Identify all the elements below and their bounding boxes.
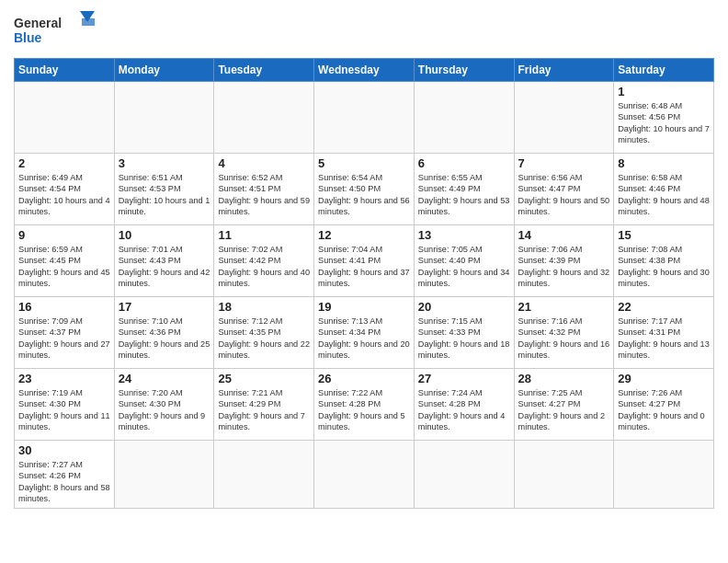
day-number: 5: [318, 156, 410, 170]
day-info: Sunrise: 7:21 AM Sunset: 4:29 PM Dayligh…: [218, 387, 310, 433]
calendar-cell: 21Sunrise: 7:16 AM Sunset: 4:32 PM Dayli…: [514, 297, 614, 369]
day-number: 9: [18, 228, 110, 242]
calendar: SundayMondayTuesdayWednesdayThursdayFrid…: [14, 58, 714, 509]
calendar-cell: 13Sunrise: 7:05 AM Sunset: 4:40 PM Dayli…: [414, 225, 514, 297]
day-info: Sunrise: 7:10 AM Sunset: 4:36 PM Dayligh…: [119, 316, 210, 362]
day-info: Sunrise: 7:12 AM Sunset: 4:35 PM Dayligh…: [218, 316, 310, 362]
calendar-cell: [214, 82, 314, 154]
calendar-cell: [414, 82, 514, 154]
day-info: Sunrise: 6:54 AM Sunset: 4:50 PM Dayligh…: [318, 172, 410, 218]
week-row-1: 2Sunrise: 6:49 AM Sunset: 4:54 PM Daylig…: [15, 154, 714, 225]
calendar-cell: 14Sunrise: 7:06 AM Sunset: 4:39 PM Dayli…: [514, 225, 614, 297]
day-info: Sunrise: 6:56 AM Sunset: 4:47 PM Dayligh…: [518, 172, 610, 218]
day-number: 1: [618, 85, 710, 98]
day-info: Sunrise: 7:05 AM Sunset: 4:40 PM Dayligh…: [418, 244, 510, 290]
day-number: 13: [418, 228, 510, 242]
day-number: 6: [418, 156, 510, 170]
day-info: Sunrise: 7:22 AM Sunset: 4:28 PM Dayligh…: [318, 387, 410, 433]
calendar-cell: 4Sunrise: 6:52 AM Sunset: 4:51 PM Daylig…: [214, 154, 314, 225]
calendar-cell: [514, 441, 614, 509]
calendar-cell: 5Sunrise: 6:54 AM Sunset: 4:50 PM Daylig…: [314, 154, 415, 225]
day-number: 12: [318, 228, 410, 242]
calendar-cell: [114, 82, 214, 154]
week-row-0: 1Sunrise: 6:48 AM Sunset: 4:56 PM Daylig…: [15, 82, 714, 154]
calendar-cell: [314, 82, 415, 154]
day-header-friday: Friday: [514, 59, 614, 82]
day-info: Sunrise: 7:13 AM Sunset: 4:34 PM Dayligh…: [318, 316, 410, 362]
day-info: Sunrise: 7:27 AM Sunset: 4:26 PM Dayligh…: [18, 459, 110, 505]
day-info: Sunrise: 6:58 AM Sunset: 4:46 PM Dayligh…: [618, 172, 710, 218]
calendar-cell: 10Sunrise: 7:01 AM Sunset: 4:43 PM Dayli…: [114, 225, 214, 297]
week-row-2: 9Sunrise: 6:59 AM Sunset: 4:45 PM Daylig…: [15, 225, 714, 297]
svg-text:General: General: [14, 16, 62, 30]
day-info: Sunrise: 7:08 AM Sunset: 4:38 PM Dayligh…: [618, 244, 710, 290]
day-info: Sunrise: 7:09 AM Sunset: 4:37 PM Dayligh…: [18, 316, 110, 362]
day-info: Sunrise: 7:16 AM Sunset: 4:32 PM Dayligh…: [518, 316, 610, 362]
day-number: 29: [618, 372, 710, 385]
day-info: Sunrise: 6:59 AM Sunset: 4:45 PM Dayligh…: [18, 244, 110, 290]
day-info: Sunrise: 6:52 AM Sunset: 4:51 PM Dayligh…: [218, 172, 310, 218]
calendar-cell: 27Sunrise: 7:24 AM Sunset: 4:28 PM Dayli…: [414, 369, 514, 441]
day-header-tuesday: Tuesday: [214, 59, 314, 82]
day-info: Sunrise: 7:15 AM Sunset: 4:33 PM Dayligh…: [418, 316, 510, 362]
day-info: Sunrise: 7:04 AM Sunset: 4:41 PM Dayligh…: [318, 244, 410, 290]
day-info: Sunrise: 7:26 AM Sunset: 4:27 PM Dayligh…: [618, 387, 710, 433]
calendar-cell: 24Sunrise: 7:20 AM Sunset: 4:30 PM Dayli…: [114, 369, 214, 441]
day-number: 23: [18, 372, 110, 385]
day-info: Sunrise: 7:17 AM Sunset: 4:31 PM Dayligh…: [618, 316, 710, 362]
calendar-cell: [414, 441, 514, 509]
svg-text:Blue: Blue: [14, 30, 42, 45]
day-header-saturday: Saturday: [614, 59, 714, 82]
day-info: Sunrise: 6:55 AM Sunset: 4:49 PM Dayligh…: [418, 172, 510, 218]
calendar-cell: 30Sunrise: 7:27 AM Sunset: 4:26 PM Dayli…: [15, 441, 115, 509]
calendar-cell: 19Sunrise: 7:13 AM Sunset: 4:34 PM Dayli…: [314, 297, 415, 369]
calendar-cell: [114, 441, 214, 509]
calendar-cell: 25Sunrise: 7:21 AM Sunset: 4:29 PM Dayli…: [214, 369, 314, 441]
calendar-cell: [314, 441, 415, 509]
day-info: Sunrise: 7:02 AM Sunset: 4:42 PM Dayligh…: [218, 244, 310, 290]
day-number: 27: [418, 372, 510, 385]
calendar-cell: 1Sunrise: 6:48 AM Sunset: 4:56 PM Daylig…: [614, 82, 714, 154]
day-number: 11: [218, 228, 310, 242]
page: General Blue SundayMondayTuesdayWednesda…: [0, 0, 728, 563]
day-info: Sunrise: 6:49 AM Sunset: 4:54 PM Dayligh…: [18, 172, 110, 218]
day-info: Sunrise: 7:19 AM Sunset: 4:30 PM Dayligh…: [18, 387, 110, 433]
calendar-cell: 18Sunrise: 7:12 AM Sunset: 4:35 PM Dayli…: [214, 297, 314, 369]
week-row-5: 30Sunrise: 7:27 AM Sunset: 4:26 PM Dayli…: [15, 441, 714, 509]
calendar-cell: 8Sunrise: 6:58 AM Sunset: 4:46 PM Daylig…: [614, 154, 714, 225]
day-info: Sunrise: 6:51 AM Sunset: 4:53 PM Dayligh…: [119, 172, 210, 218]
day-number: 25: [218, 372, 310, 385]
calendar-cell: 28Sunrise: 7:25 AM Sunset: 4:27 PM Dayli…: [514, 369, 614, 441]
logo-svg: General Blue: [14, 9, 97, 51]
calendar-cell: 29Sunrise: 7:26 AM Sunset: 4:27 PM Dayli…: [614, 369, 714, 441]
header: General Blue: [14, 9, 714, 51]
day-number: 15: [618, 228, 710, 242]
svg-rect-3: [82, 18, 95, 26]
calendar-cell: 3Sunrise: 6:51 AM Sunset: 4:53 PM Daylig…: [114, 154, 214, 225]
day-number: 20: [418, 300, 510, 314]
day-number: 24: [119, 372, 210, 385]
calendar-cell: [614, 441, 714, 509]
calendar-cell: [15, 82, 115, 154]
week-row-3: 16Sunrise: 7:09 AM Sunset: 4:37 PM Dayli…: [15, 297, 714, 369]
day-number: 3: [119, 156, 210, 170]
day-info: Sunrise: 6:48 AM Sunset: 4:56 PM Dayligh…: [618, 100, 710, 146]
day-number: 19: [318, 300, 410, 314]
day-number: 28: [518, 372, 610, 385]
days-header-row: SundayMondayTuesdayWednesdayThursdayFrid…: [15, 59, 714, 82]
calendar-cell: 7Sunrise: 6:56 AM Sunset: 4:47 PM Daylig…: [514, 154, 614, 225]
calendar-cell: 23Sunrise: 7:19 AM Sunset: 4:30 PM Dayli…: [15, 369, 115, 441]
day-info: Sunrise: 7:24 AM Sunset: 4:28 PM Dayligh…: [418, 387, 510, 433]
day-number: 22: [618, 300, 710, 314]
day-header-thursday: Thursday: [414, 59, 514, 82]
calendar-cell: 2Sunrise: 6:49 AM Sunset: 4:54 PM Daylig…: [15, 154, 115, 225]
day-header-sunday: Sunday: [15, 59, 115, 82]
day-info: Sunrise: 7:20 AM Sunset: 4:30 PM Dayligh…: [119, 387, 210, 433]
calendar-cell: 16Sunrise: 7:09 AM Sunset: 4:37 PM Dayli…: [15, 297, 115, 369]
calendar-cell: [214, 441, 314, 509]
calendar-cell: 22Sunrise: 7:17 AM Sunset: 4:31 PM Dayli…: [614, 297, 714, 369]
calendar-cell: 11Sunrise: 7:02 AM Sunset: 4:42 PM Dayli…: [214, 225, 314, 297]
day-number: 2: [18, 156, 110, 170]
day-number: 17: [119, 300, 210, 314]
day-header-wednesday: Wednesday: [314, 59, 415, 82]
